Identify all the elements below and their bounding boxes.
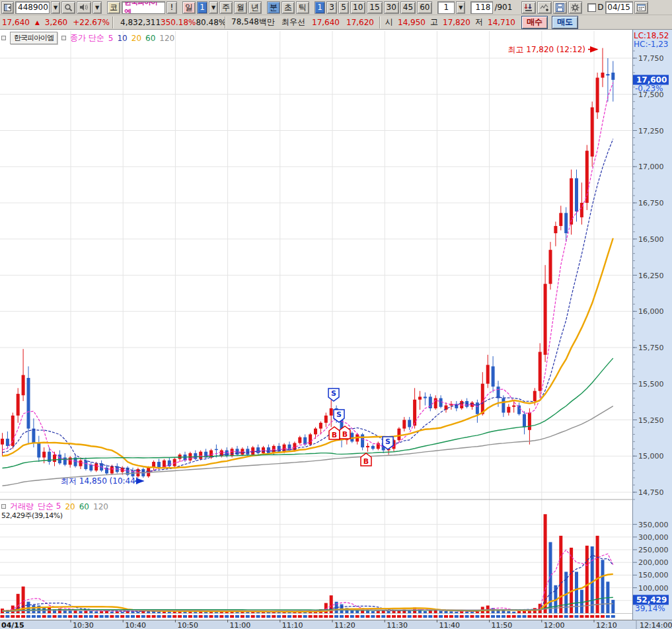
price-pane-legend: 한국피아이엠 종가 단순 5 10 20 60 120 — [1, 32, 174, 44]
svg-text:10:30: 10:30 — [73, 621, 94, 629]
svg-text:15,750: 15,750 — [638, 344, 664, 352]
svg-text:11:10: 11:10 — [282, 621, 303, 629]
minute-60-button[interactable]: 60 — [417, 1, 432, 14]
low-label: 저 — [475, 17, 483, 28]
high-price: 17,820 — [443, 18, 470, 27]
svg-text:B: B — [342, 430, 348, 439]
speaker-dropdown-icon[interactable]: ▼ — [93, 1, 102, 14]
volume-ratio: 350.18% — [161, 18, 196, 27]
svg-text:16,500: 16,500 — [638, 235, 664, 244]
svg-text:17,250: 17,250 — [638, 127, 664, 135]
legend-stock-name[interactable]: 한국피아이엠 — [10, 32, 57, 44]
svg-text:17,600: 17,600 — [636, 75, 667, 85]
symbol-input[interactable]: 448900 — [15, 1, 50, 14]
svg-text:15,000: 15,000 — [638, 452, 664, 461]
current-price: 17,640 — [2, 18, 30, 27]
period-year-button[interactable]: 년 — [248, 1, 262, 14]
interval-dropdown-icon[interactable]: ▼ — [456, 1, 465, 14]
volume-summary: 52,429주(39,14%) — [1, 511, 63, 521]
svg-text:250,000: 250,000 — [638, 546, 669, 554]
minute-3-button[interactable]: 3 — [326, 1, 337, 14]
period-count-dropdown-icon[interactable]: ▼ — [209, 1, 218, 14]
best-quote-label: 최우선 — [281, 17, 305, 28]
high-label: 고 — [430, 17, 438, 28]
svg-text:12:14:00: 12:14:00 — [640, 621, 672, 629]
date-input[interactable]: 04/15 — [605, 1, 633, 14]
quote-bar: 17,640 ▲ 3,260 +22.67% 4,832,311 350.18%… — [0, 15, 672, 30]
period-tick-button[interactable]: 틱 — [296, 1, 309, 14]
svg-text:B: B — [332, 431, 337, 439]
period-minute-button[interactable]: 분 — [267, 1, 280, 14]
legend-bullet-icon — [1, 504, 6, 509]
svg-text:16,250: 16,250 — [638, 272, 664, 280]
svg-text:300,000: 300,000 — [638, 533, 669, 542]
svg-text:11:40: 11:40 — [439, 621, 460, 629]
svg-text:HC:-1,23: HC:-1,23 — [634, 40, 669, 49]
svg-text:15,250: 15,250 — [638, 416, 664, 425]
save-icon[interactable] — [553, 1, 567, 14]
svg-text:16,000: 16,000 — [638, 307, 664, 316]
panel-toggle-icon[interactable] — [1, 1, 14, 14]
date-checkbox[interactable] — [587, 3, 596, 12]
compare-arrows-icon[interactable] — [521, 1, 536, 14]
svg-text:10:40: 10:40 — [125, 621, 146, 629]
trendline-tool-icon[interactable] — [537, 1, 552, 14]
chart-area[interactable]: 14,75015,00015,25015,50015,75016,00016,2… — [0, 30, 672, 629]
interval-combo[interactable]: 1 — [437, 1, 455, 14]
svg-text:S: S — [385, 437, 391, 446]
symbol-dropdown-icon[interactable]: ▼ — [51, 1, 60, 14]
buy-button[interactable]: 매수 — [521, 16, 548, 29]
ma120-label: 120 — [159, 34, 174, 43]
speaker-icon[interactable] — [77, 1, 91, 14]
legend-bullet-icon — [1, 36, 6, 40]
svg-text:최고 17,820 (12:12): 최고 17,820 (12:12) — [507, 45, 585, 54]
bar-total-label: /901 — [494, 3, 512, 12]
vol-ma60-label: 60 — [79, 502, 89, 511]
minute-30-button[interactable]: 30 — [384, 1, 399, 14]
svg-text:11:00: 11:00 — [230, 621, 251, 629]
period-second-button[interactable]: 초 — [281, 1, 295, 14]
vol-ma20-label: 20 — [65, 502, 75, 511]
period-day-count[interactable]: 1 — [197, 1, 207, 14]
svg-text:11:30: 11:30 — [387, 621, 408, 629]
candlestick-chart[interactable]: 14,75015,00015,25015,50015,75016,00016,2… — [0, 30, 672, 629]
svg-text:14,750: 14,750 — [638, 488, 664, 497]
search-icon[interactable] — [61, 1, 75, 14]
open-label: 시 — [385, 17, 393, 28]
legend-bullet-icon — [61, 36, 66, 40]
best-bid: 17,640 — [312, 18, 340, 27]
period-month-button[interactable]: 월 — [234, 1, 247, 14]
svg-text:52,429: 52,429 — [636, 595, 667, 605]
svg-text:350,000: 350,000 — [638, 521, 669, 529]
bar-count-input[interactable]: 118 — [470, 1, 493, 14]
open-price: 14,950 — [398, 18, 426, 27]
svg-text:04/15: 04/15 — [1, 621, 24, 629]
minute-10-button[interactable]: 10 — [350, 1, 365, 14]
svg-text:39,14%: 39,14% — [635, 604, 665, 613]
svg-text:S: S — [331, 389, 336, 398]
up-arrow-icon: ▲ — [35, 19, 40, 26]
sell-button[interactable]: 매도 — [552, 16, 578, 29]
alert-button[interactable]: ! — [167, 1, 177, 14]
period-week-button[interactable]: 주 — [219, 1, 233, 14]
price-change-pct: +22.67% — [73, 18, 110, 27]
svg-text:17,000: 17,000 — [638, 163, 664, 171]
minute-15-button[interactable]: 15 — [367, 1, 382, 14]
calendar-icon[interactable] — [634, 1, 648, 14]
svg-text:17,750: 17,750 — [638, 54, 664, 63]
minute-1-button[interactable]: 1 — [315, 1, 325, 14]
period-day-button[interactable]: 일 — [182, 1, 196, 14]
settings-gear-icon[interactable] — [568, 1, 582, 14]
svg-text:12:10: 12:10 — [596, 621, 617, 629]
main-toolbar: 448900 ▼ ▼ 코 한국피아이엠 ! 일 1 ▼ 주 월 년 분 초 틱 … — [0, 0, 672, 15]
minute-45-button[interactable]: 45 — [400, 1, 416, 14]
ma5-label: 5 — [108, 34, 114, 43]
minute-5-button[interactable]: 5 — [338, 1, 349, 14]
turnover-ratio: 80.48% — [196, 18, 226, 27]
best-ask: 17,620 — [346, 18, 374, 27]
svg-text:-0,23%: -0,23% — [635, 84, 663, 93]
svg-text:11:20: 11:20 — [334, 621, 355, 629]
code-type-button[interactable]: 코 — [107, 1, 120, 14]
svg-text:150,000: 150,000 — [638, 571, 669, 579]
stock-name-field[interactable]: 한국피아이엠 — [122, 1, 165, 14]
